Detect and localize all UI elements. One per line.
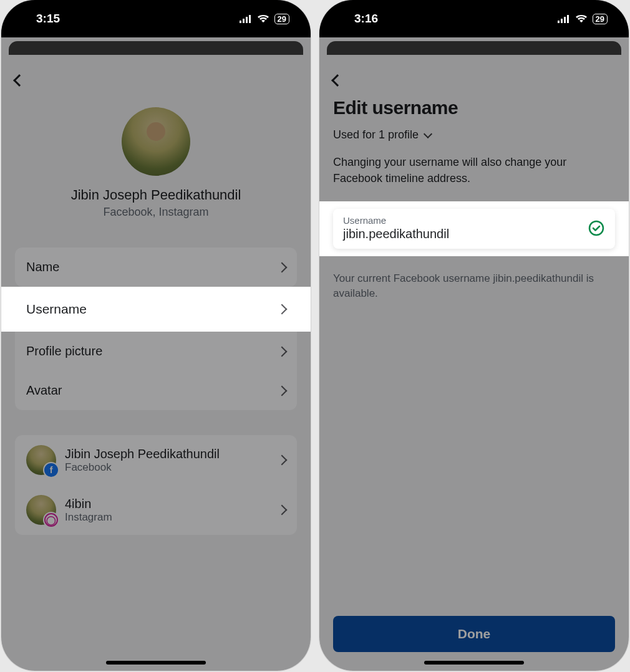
row-label: Username <box>26 302 87 317</box>
account-platform: Instagram <box>65 511 269 524</box>
account-row-facebook[interactable]: f Jibin Joseph Peedikathundil Facebook <box>15 435 297 485</box>
instagram-badge-icon: ◯ <box>44 513 58 527</box>
row-label: Avatar <box>26 383 62 398</box>
done-button-label: Done <box>458 626 491 641</box>
settings-card: Name <box>15 247 297 287</box>
settings-card-lower: Profile picture Avatar <box>15 332 297 410</box>
svg-rect-2 <box>246 17 248 23</box>
username-field-label: Username <box>343 215 580 226</box>
edit-username-sheet: Edit username Used for 1 profile Changin… <box>319 51 629 671</box>
wifi-icon <box>257 14 269 23</box>
svg-rect-3 <box>249 15 251 23</box>
svg-rect-7 <box>567 15 569 23</box>
used-for-dropdown[interactable]: Used for 1 profile <box>319 122 629 148</box>
username-field[interactable]: Username jibin.peedikathundil <box>333 209 615 249</box>
profile-avatar[interactable] <box>122 107 190 176</box>
battery-icon: 29 <box>274 14 289 24</box>
wifi-icon <box>575 14 588 23</box>
page-title: Edit username <box>319 92 629 122</box>
status-bar: 3:15 29 <box>1 0 311 37</box>
account-avatar: ◯ <box>26 495 56 525</box>
helper-text: Your current Facebook username jibin.pee… <box>319 256 629 316</box>
svg-rect-6 <box>564 17 566 23</box>
check-circle-icon <box>588 219 605 237</box>
account-platform: Facebook <box>65 461 269 474</box>
username-field-value: jibin.peedikathundil <box>343 227 580 241</box>
cellular-signal-icon <box>558 14 570 23</box>
status-time: 3:16 <box>354 12 378 26</box>
svg-rect-4 <box>558 21 560 23</box>
background-sheet-nub <box>9 41 303 55</box>
status-time: 3:15 <box>36 12 60 26</box>
home-indicator[interactable] <box>424 661 524 665</box>
svg-rect-0 <box>240 21 241 23</box>
row-label: Profile picture <box>26 344 102 358</box>
background-sheet-nub <box>327 41 621 55</box>
row-name[interactable]: Name <box>15 247 297 287</box>
cellular-signal-icon <box>240 14 252 23</box>
chevron-right-icon <box>277 455 288 466</box>
account-name: 4ibin <box>65 496 269 511</box>
svg-rect-1 <box>243 19 245 23</box>
svg-point-8 <box>589 221 603 235</box>
account-avatar: f <box>26 445 56 475</box>
battery-icon: 29 <box>593 14 608 24</box>
row-username[interactable]: Username <box>1 287 311 332</box>
account-name: Jibin Joseph Peedikathundil <box>65 446 269 461</box>
display-name: Jibin Joseph Peedikathundil <box>71 187 241 203</box>
chevron-right-icon <box>277 385 288 396</box>
home-indicator[interactable] <box>106 661 206 665</box>
profile-settings-sheet: Jibin Joseph Peedikathundil Facebook, In… <box>1 51 311 671</box>
svg-rect-5 <box>561 19 563 23</box>
profile-header: Jibin Joseph Peedikathundil Facebook, In… <box>1 92 311 238</box>
chevron-right-icon <box>277 262 288 272</box>
description-text: Changing your username will also change … <box>319 148 629 201</box>
back-icon[interactable] <box>13 74 26 87</box>
phone-left: 3:15 29 Jibin Joseph Peedikathundil Face… <box>1 0 311 671</box>
chevron-right-icon <box>277 505 288 516</box>
row-profile-picture[interactable]: Profile picture <box>15 332 297 371</box>
row-label: Name <box>26 260 59 274</box>
accounts-card: f Jibin Joseph Peedikathundil Facebook ◯… <box>15 435 297 535</box>
back-icon[interactable] <box>331 74 344 87</box>
used-for-label: Used for 1 profile <box>333 128 419 142</box>
row-avatar[interactable]: Avatar <box>15 371 297 410</box>
apps-subtitle: Facebook, Instagram <box>103 206 208 219</box>
phone-right: 3:16 29 Edit username Used for 1 profile <box>319 0 629 671</box>
chevron-right-icon <box>277 304 288 315</box>
account-row-instagram[interactable]: ◯ 4ibin Instagram <box>15 485 297 535</box>
chevron-down-icon <box>424 129 432 138</box>
chevron-right-icon <box>277 346 288 357</box>
done-button[interactable]: Done <box>333 616 615 652</box>
status-bar: 3:16 29 <box>319 0 629 37</box>
facebook-badge-icon: f <box>44 463 58 477</box>
